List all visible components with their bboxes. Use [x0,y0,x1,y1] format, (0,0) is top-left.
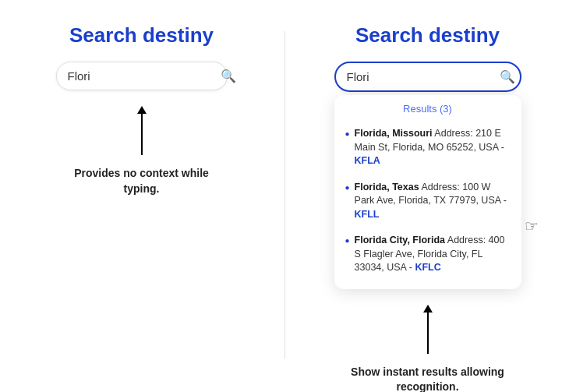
result-item-1[interactable]: ● Florida, Missouri Address: 210 E Main … [334,121,521,175]
left-title: Search destiny [69,23,214,48]
left-panel: Search destiny 🔍 Provides no context whi… [25,23,259,196]
right-title: Search destiny [355,23,500,48]
result-text-2: Florida, Texas Address: 100 W Park Ave, … [355,181,511,222]
right-search-icon: 🔍 [500,69,515,84]
results-dropdown: Results (3) ● Florida, Missouri Address:… [334,95,521,289]
result-item-2[interactable]: ● Florida, Texas Address: 100 W Park Ave… [334,175,521,228]
result-code-2: KFLL [355,209,380,220]
result-text-3: Florida City, Florida Address: 400 S Fla… [355,234,511,275]
main-container: Search destiny 🔍 Provides no context whi… [0,0,569,392]
left-search-input[interactable] [68,69,216,83]
left-arrow-up [141,112,143,155]
right-arrow-up [427,311,429,354]
result-code-1: KFLA [355,155,380,166]
bullet-1: ● [345,129,350,139]
result-bold-1: Florida, Missouri [355,128,433,139]
result-bold-2: Florida, Texas [355,182,419,192]
left-caption: Provides no context while typing. [56,166,228,196]
right-caption: Show instant results allowing recognitio… [342,365,514,393]
right-search-input[interactable] [347,70,495,83]
right-panel: Search destiny 🔍 Results (3) ● Florida, … [311,23,545,392]
right-search-container: 🔍 Results (3) ● Florida, Missouri Addres… [334,62,521,289]
bullet-2: ● [345,182,350,193]
right-arrow-section: Show instant results allowing recognitio… [342,311,514,393]
right-search-box[interactable]: 🔍 [334,62,521,92]
cursor-pointer-icon: ☞ [525,215,539,237]
panel-divider [284,31,285,358]
result-item-3[interactable]: ● Florida City, Florida Address: 400 S F… [334,228,521,281]
results-header: Results (3) [334,103,521,115]
bullet-3: ● [345,235,350,246]
result-text-1: Florida, Missouri Address: 210 E Main St… [355,127,511,168]
result-code-3: KFLC [415,262,440,273]
result-bold-3: Florida City, Florida [355,235,445,245]
left-search-box[interactable]: 🔍 [56,62,228,90]
left-arrow-section: Provides no context while typing. [56,112,228,196]
left-search-icon: 🔍 [221,69,236,83]
